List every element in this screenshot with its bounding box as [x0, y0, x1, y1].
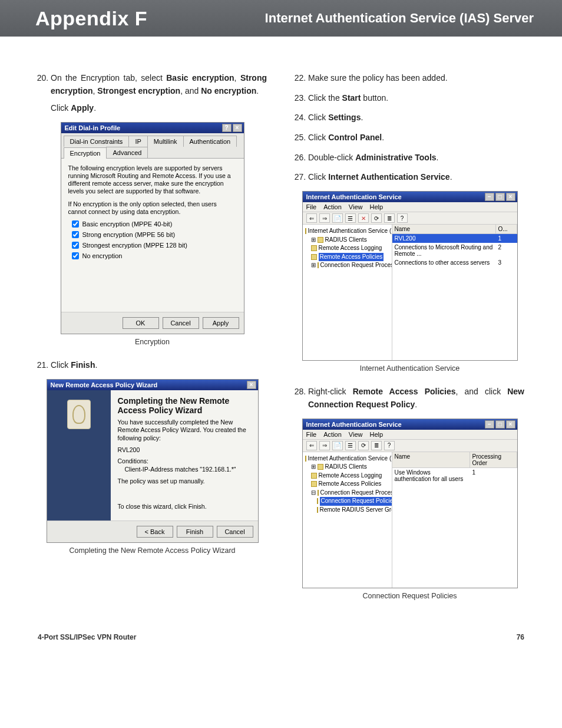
back-icon[interactable]: ⇐ — [306, 441, 317, 450]
chk-none[interactable]: No encryption — [72, 252, 237, 259]
col-order[interactable]: O... — [496, 225, 517, 233]
step-22: Make sure the policy has been added. — [308, 72, 524, 85]
minimize-icon[interactable]: – — [485, 193, 494, 201]
tab-multilink[interactable]: Multilink — [147, 136, 184, 147]
list-view[interactable]: Name O... RVL2001 Connections to Microso… — [392, 225, 517, 360]
figure-caption: Connection Request Policies — [295, 592, 524, 600]
step-list-21: Click Finish. — [38, 359, 267, 372]
menu-file[interactable]: File — [306, 203, 317, 210]
cancel-button[interactable]: Cancel — [217, 526, 253, 538]
step-24: Click Settings. — [308, 111, 524, 124]
tab-authentication[interactable]: Authentication — [183, 136, 237, 147]
window-ias-2: Internet Authentication Service – □ × Fi… — [302, 419, 518, 588]
list-icon[interactable]: ☰ — [345, 213, 356, 223]
cancel-button[interactable]: Cancel — [163, 317, 199, 329]
wizard-policy: RVL200 — [118, 446, 251, 454]
list-view[interactable]: Name Processing Order Use Windows authen… — [392, 452, 517, 588]
refresh-icon[interactable]: ⟳ — [371, 213, 382, 223]
tool-bar: ⇐ ⇒ 📄 ☰ ✕ ⟳ ≣ ? — [303, 212, 517, 225]
wizard-sidebar — [47, 390, 111, 521]
tree-root: Internet Authentication Service (Local) — [305, 227, 389, 236]
back-icon[interactable]: ⇐ — [306, 213, 317, 223]
figure-caption: Completing the New Remote Access Policy … — [38, 546, 267, 555]
tab-advanced[interactable]: Advanced — [106, 147, 148, 158]
menu-view[interactable]: View — [349, 431, 363, 438]
chk-strongest[interactable]: Strongest encryption (MPPE 128 bit) — [72, 242, 237, 249]
maximize-icon[interactable]: □ — [495, 420, 505, 429]
finish-button[interactable]: Finish — [177, 526, 213, 538]
dialog-edit-dialin: Edit Dial-in Profile ? × Dial-in Constra… — [61, 122, 244, 334]
close-icon[interactable]: × — [233, 124, 242, 132]
menu-help[interactable]: Help — [369, 431, 383, 438]
properties-icon[interactable]: ≣ — [371, 441, 382, 450]
help-icon[interactable]: ? — [222, 124, 232, 132]
wizard-cond-label: Conditions: — [118, 457, 251, 466]
properties-icon[interactable]: ≣ — [384, 213, 395, 223]
menu-action[interactable]: Action — [323, 431, 342, 438]
window-title: Internet Authentication Service — [306, 193, 402, 200]
forward-icon[interactable]: ⇒ — [319, 213, 330, 223]
step-28: Right-click Remote Access Policies, and … — [308, 386, 524, 411]
tool-bar: ⇐ ⇒ 📄 ☰ ⟳ ≣ ? — [303, 440, 517, 452]
list-row[interactable]: Connections to other access servers3 — [392, 258, 517, 267]
tab-ip[interactable]: IP — [128, 136, 147, 147]
tab-dialin[interactable]: Dial-in Constraints — [64, 136, 130, 147]
apply-button[interactable]: Apply — [203, 317, 239, 329]
wizard-cond: Client-IP-Address matches "192.168.1.*" — [118, 466, 251, 474]
col-order[interactable]: Processing Order — [470, 452, 517, 467]
refresh-icon[interactable]: ⟳ — [358, 441, 369, 450]
step-list-22: Make sure the policy has been added. Cli… — [295, 72, 524, 164]
step-list-28: Right-click Remote Access Policies, and … — [295, 386, 524, 411]
close-icon[interactable]: × — [247, 381, 256, 389]
help-icon[interactable]: ? — [397, 213, 408, 223]
col-name[interactable]: Name — [392, 225, 496, 233]
menu-action[interactable]: Action — [323, 203, 342, 210]
page-footer: 4-Port SSL/IPSec VPN Router 76 — [0, 624, 562, 655]
dialog-para2: If No encryption is the only option sele… — [68, 200, 237, 216]
list-row[interactable]: Connections to Microsoft Routing and Rem… — [392, 243, 517, 258]
list-row[interactable]: Use Windows authentication for all users… — [392, 468, 517, 483]
figure-ias: Internet Authentication Service – □ × Fi… — [295, 191, 524, 373]
tree-logging: Remote Access Logging — [305, 244, 389, 253]
tab-encryption[interactable]: Encryption — [64, 147, 107, 159]
tree-radius: ⊞RADIUS Clients — [305, 236, 389, 245]
section-title: Internet Authentication Service (IAS) Se… — [265, 11, 534, 26]
close-icon[interactable]: × — [506, 420, 515, 429]
list-row[interactable]: RVL2001 — [392, 234, 517, 243]
list-icon[interactable]: ☰ — [345, 441, 356, 450]
dialog-wizard: New Remote Access Policy Wizard × Comple… — [47, 379, 259, 543]
tree-radius: ⊞RADIUS Clients — [305, 463, 389, 472]
maximize-icon[interactable]: □ — [495, 193, 505, 201]
menu-file[interactable]: File — [306, 431, 317, 438]
menu-view[interactable]: View — [349, 203, 363, 210]
menu-bar: File Action View Help — [303, 430, 517, 440]
chk-strong[interactable]: Strong encryption (MPPE 56 bit) — [72, 231, 237, 238]
forward-icon[interactable]: ⇒ — [319, 441, 330, 450]
minimize-icon[interactable]: – — [485, 420, 494, 429]
menu-help[interactable]: Help — [369, 203, 383, 210]
delete-icon[interactable]: ✕ — [358, 213, 369, 223]
figure-encryption: Edit Dial-in Profile ? × Dial-in Constra… — [38, 122, 267, 346]
up-icon[interactable]: 📄 — [332, 441, 343, 450]
product-name: 4-Port SSL/IPSec VPN Router — [38, 633, 136, 641]
col-name[interactable]: Name — [392, 452, 470, 467]
page-number: 76 — [517, 633, 524, 641]
page-header: Appendix F Internet Authentication Servi… — [0, 0, 562, 37]
tree-view[interactable]: Internet Authentication Service (Local) … — [303, 452, 392, 588]
help-icon[interactable]: ? — [384, 441, 395, 450]
chk-basic[interactable]: Basic encryption (MPPE 40-bit) — [72, 220, 237, 228]
step-list-27: Click Internet Authentication Service. — [295, 171, 524, 184]
close-icon[interactable]: × — [506, 193, 515, 201]
ok-button[interactable]: OK — [123, 317, 159, 329]
figure-wizard: New Remote Access Policy Wizard × Comple… — [38, 379, 267, 555]
wizard-p2: The policy was set up manually. — [118, 477, 251, 486]
up-icon[interactable]: 📄 — [332, 213, 343, 223]
back-button[interactable]: < Back — [137, 526, 173, 538]
menu-bar: File Action View Help — [303, 202, 517, 212]
tree-root: Internet Authentication Service (Local) — [305, 454, 389, 463]
page-body: On the Encryption tab, select Basic encr… — [0, 37, 562, 624]
tree-policies: Remote Access Policies — [305, 253, 389, 262]
tree-policies: Remote Access Policies — [305, 480, 389, 489]
tree-view[interactable]: Internet Authentication Service (Local) … — [303, 225, 392, 360]
step-list: On the Encryption tab, select Basic encr… — [38, 72, 267, 115]
